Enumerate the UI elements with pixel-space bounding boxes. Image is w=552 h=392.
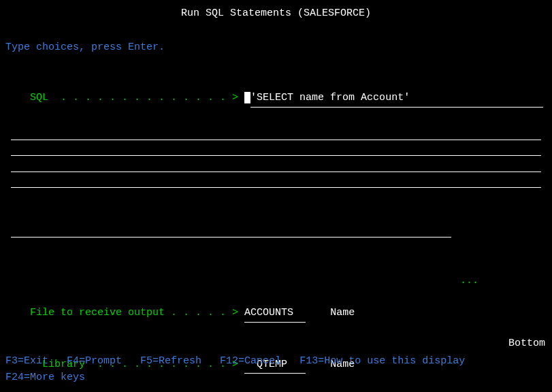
fkey-f24[interactable]: F24=More keys bbox=[5, 370, 85, 387]
bottom-indicator: Bottom bbox=[508, 336, 545, 353]
instruction-text: Type choices, press Enter. bbox=[5, 39, 547, 56]
fkey-f3[interactable]: F3=Exit bbox=[5, 353, 48, 370]
sql-input[interactable]: 'SELECT name from Account' bbox=[250, 90, 543, 108]
sql-continuation-2[interactable] bbox=[11, 140, 541, 157]
text-cursor bbox=[244, 92, 250, 103]
sql-continuation-4[interactable] bbox=[11, 172, 541, 189]
file-input[interactable]: ACCOUNTS bbox=[244, 305, 306, 323]
file-hint: Name bbox=[330, 307, 355, 318]
screen-title: Run SQL Statements (SALESFORCE) bbox=[5, 5, 547, 22]
more-indicator: ... bbox=[454, 273, 478, 290]
sql-continuation-1[interactable] bbox=[11, 124, 541, 140]
fkey-f13[interactable]: F13=How to use this display bbox=[299, 353, 465, 370]
fkey-f5[interactable]: F5=Refresh bbox=[140, 353, 201, 370]
fkey-f4[interactable]: F4=Prompt bbox=[67, 353, 122, 370]
function-keys: F3=Exit F4=Prompt F5=Refresh F12=Cancel … bbox=[5, 353, 547, 387]
file-label: File to receive output . . . . . > bbox=[30, 307, 238, 318]
sql-continuation-3[interactable] bbox=[11, 156, 541, 172]
sql-label: SQL . . . . . . . . . . . . . . > bbox=[30, 92, 238, 103]
sql-continuation-5[interactable] bbox=[11, 222, 451, 238]
fkey-f12[interactable]: F12=Cancel bbox=[220, 353, 281, 370]
